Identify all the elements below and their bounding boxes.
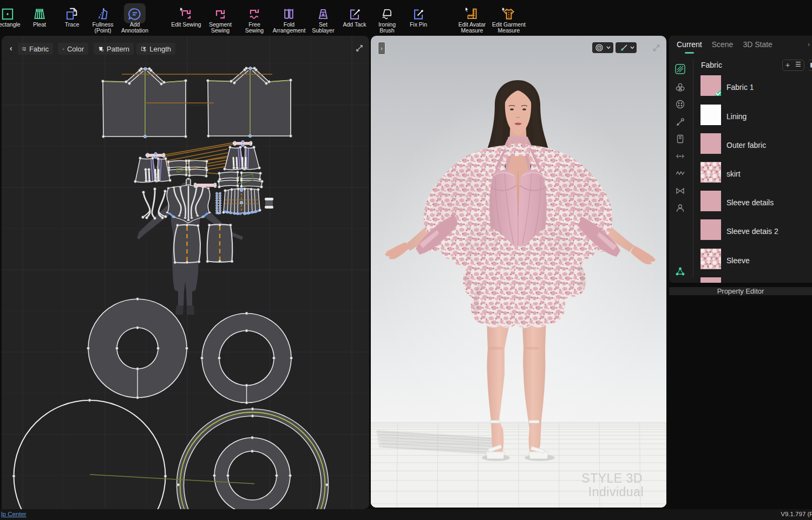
- svg-text:Individual: Individual: [588, 485, 644, 499]
- svg-text:STYLE 3D: STYLE 3D: [581, 471, 643, 485]
